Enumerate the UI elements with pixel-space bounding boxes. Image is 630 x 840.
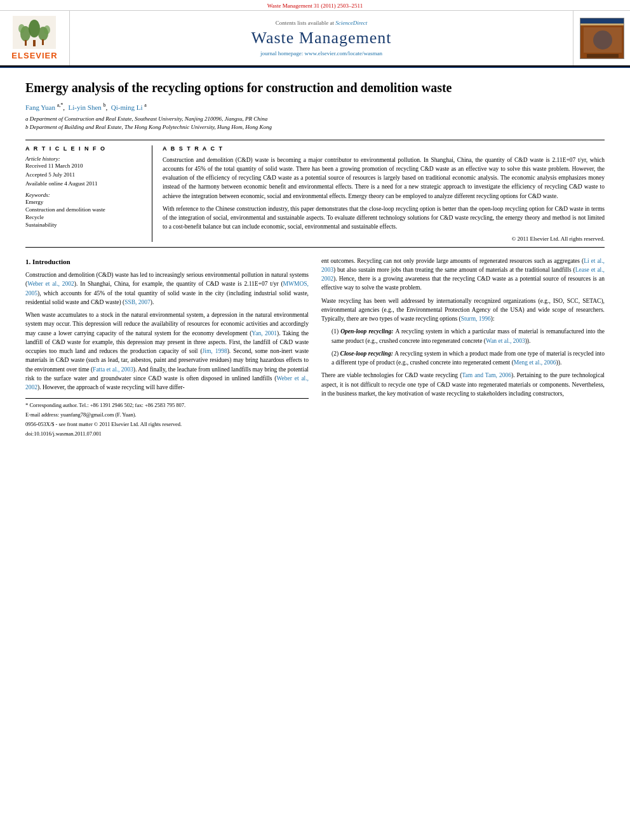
author-fang-yuan[interactable]: Fang Yuan (25, 103, 55, 111)
homepage-line: journal homepage: www.elsevier.com/locat… (260, 50, 382, 57)
body-columns: 1. Introduction Construction and demolit… (25, 257, 605, 439)
journal-header: ELSEVIER Contents lists available at Sci… (0, 11, 630, 67)
author-qiming-li[interactable]: Qi-ming Li (111, 103, 143, 111)
body-para-1: Construction and demolition (C&D) waste … (25, 270, 309, 307)
svg-rect-10 (580, 18, 624, 23)
ref-ssb[interactable]: SSB, 2007 (124, 299, 151, 305)
author-liyin-shen[interactable]: Li-yin Shen (69, 103, 102, 111)
keywords-section: Keywords: Emergy Construction and demoli… (25, 192, 142, 228)
ref-sturm[interactable]: Sturm, 1996 (461, 316, 491, 322)
list-item-1-label: Open-loop recycling: (340, 328, 395, 335)
journal-cover-image (580, 18, 624, 59)
sciencedirect-link[interactable]: ScienceDirect (335, 20, 367, 26)
elsevier-brand-text: ELSEVIER (11, 51, 57, 60)
journal-title: Waste Management (251, 29, 391, 48)
svg-rect-4 (33, 40, 36, 46)
svg-rect-11 (580, 23, 624, 25)
section1-heading: 1. Introduction (25, 257, 309, 267)
ref-fatta[interactable]: Fatta et al., 2003 (93, 366, 133, 373)
abstract-column: A B S T R A C T Construction and demolit… (152, 145, 605, 242)
abstract-title: A B S T R A C T (163, 145, 605, 152)
body-para-r2: Waste recycling has been well addressed … (321, 297, 605, 324)
body-right-column: ent outcomes. Recycling can not only pro… (321, 257, 605, 439)
list-item-1-number: (1) (332, 328, 340, 335)
article-content: Emergy analysis of the recycling options… (0, 68, 630, 445)
info-abstract-section: A R T I C L E I N F O Article history: R… (25, 140, 605, 248)
footnote-issn: 0956-053X/$ - see front matter © 2011 El… (25, 420, 309, 429)
abstract-para2: With reference to the Chinese constructi… (163, 204, 605, 232)
svg-rect-6 (42, 39, 44, 45)
elsevier-logo: ELSEVIER (11, 16, 57, 60)
journal-thumbnail-area (573, 11, 630, 65)
author-fang-sup: a,* (57, 102, 64, 108)
keywords-label: Keywords: (25, 192, 142, 198)
body-para-2: When waste accumulates to a stock in the… (25, 310, 309, 392)
footnote-email: E-mail address: yuanfang78@gmail.com (F.… (25, 411, 309, 419)
body-left-column: 1. Introduction Construction and demolit… (25, 257, 309, 439)
available-date: Available online 4 August 2011 (25, 180, 142, 187)
list-item-2: (2) Close-loop recycling: A recycling sy… (321, 349, 605, 368)
affiliation-b: b Department of Building and Real Estate… (25, 123, 605, 132)
svg-point-7 (18, 24, 25, 33)
article-title: Emergy analysis of the recycling options… (25, 79, 605, 96)
ref-wan[interactable]: Wan et al., 2003 (486, 338, 525, 344)
footnote-corresponding: * Corresponding author. Tel.: +86 1391 2… (25, 401, 309, 410)
keyword-sustainability: Sustainability (25, 222, 142, 228)
article-info-column: A R T I C L E I N F O Article history: R… (25, 145, 152, 242)
author-shen-sup: b (104, 102, 106, 108)
copyright-line: © 2011 Elsevier Ltd. All rights reserved… (163, 236, 605, 242)
ref-jim[interactable]: Jim, 1998 (203, 348, 227, 354)
journal-thumbnail (580, 18, 624, 59)
list-item-1: (1) Open-loop recycling: A recycling sys… (321, 327, 605, 345)
abstract-text: Construction and demolition (C&D) waste … (163, 156, 605, 232)
ref-li2003[interactable]: Li et al., 2003 (321, 258, 605, 273)
elsevier-tree-icon (13, 16, 56, 49)
elsevier-logo-area: ELSEVIER (0, 11, 70, 65)
authors-line: Fang Yuan a,*, Li-yin Shen b, Qi-ming Li… (25, 102, 605, 111)
journal-title-area: Contents lists available at ScienceDirec… (70, 11, 573, 65)
ref-weber2002b[interactable]: Weber et al., 2002 (25, 375, 309, 390)
body-para-r3: There are viable technologies for C&D wa… (321, 371, 605, 398)
list-item-2-number: (2) (332, 350, 340, 357)
ref-tam[interactable]: Tam and Tam, 2006 (462, 372, 511, 378)
svg-rect-14 (587, 54, 619, 58)
science-direct-line: Contents lists available at ScienceDirec… (276, 20, 368, 26)
svg-point-13 (593, 30, 612, 50)
footnote-doi: doi:10.1016/j.wasman.2011.07.001 (25, 430, 309, 438)
footnote-area: * Corresponding author. Tel.: +86 1391 2… (25, 398, 309, 437)
history-label: Article history: (25, 156, 142, 162)
ref-yan[interactable]: Yan, 2001 (251, 330, 277, 337)
received-date: Received 11 March 2010 (25, 163, 142, 169)
keyword-cdwaste: Construction and demolition waste (25, 206, 142, 213)
homepage-link[interactable]: journal homepage: www.elsevier.com/locat… (260, 50, 382, 57)
ref-meng[interactable]: Meng et al., 2006 (514, 359, 556, 366)
journal-citation-bar: Waste Management 31 (2011) 2503–2511 (0, 0, 630, 11)
journal-citation: Waste Management 31 (2011) 2503–2511 (267, 3, 363, 9)
ref-weber2002a[interactable]: Weber et al., 2002 (27, 281, 74, 287)
accepted-date: Accepted 5 July 2011 (25, 171, 142, 178)
author-li-sup: a (144, 102, 147, 108)
article-info-title: A R T I C L E I N F O (25, 145, 142, 152)
list-item-2-label: Close-loop recycling: (340, 350, 395, 357)
ref-lease[interactable]: Lease et al., 2002 (321, 267, 605, 282)
body-para-r1: ent outcomes. Recycling can not only pro… (321, 257, 605, 293)
keyword-recycle: Recycle (25, 214, 142, 220)
affiliation-a: a Department of Construction and Real Es… (25, 115, 605, 124)
keyword-emergy: Emergy (25, 199, 142, 205)
svg-rect-5 (25, 40, 27, 46)
affiliations: a Department of Construction and Real Es… (25, 115, 605, 132)
abstract-para1: Construction and demolition (C&D) waste … (163, 156, 605, 201)
svg-point-8 (44, 25, 50, 34)
